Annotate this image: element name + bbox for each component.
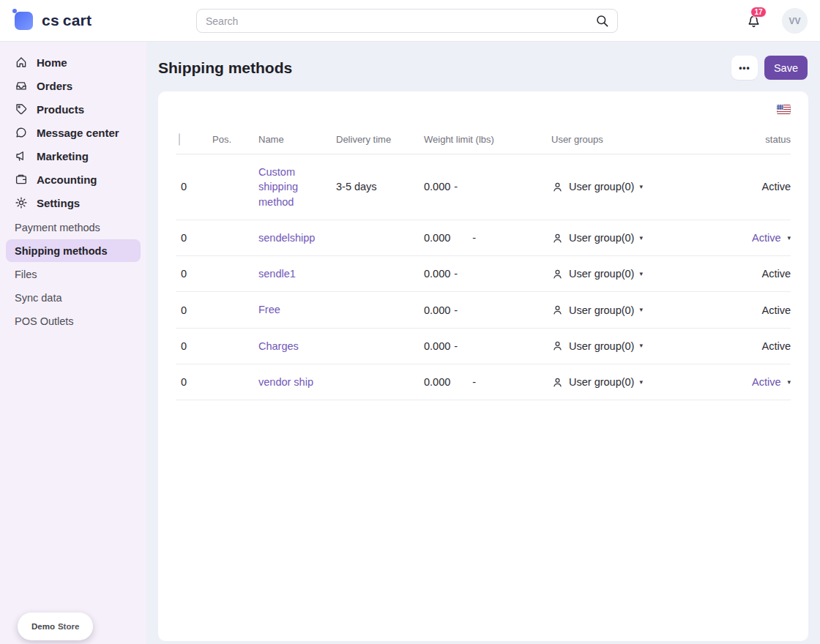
- user-groups-label: User group(0): [569, 340, 634, 352]
- select-all-checkbox[interactable]: [179, 133, 180, 146]
- topbar-right: 17 VV: [745, 0, 808, 42]
- search-bar: [196, 9, 618, 33]
- pos-value[interactable]: 0: [176, 232, 212, 244]
- demo-store-label-bold: Demo: [31, 622, 55, 631]
- col-header-status: status: [710, 134, 791, 145]
- pos-value[interactable]: 0: [176, 181, 212, 192]
- chevron-down-icon: ▾: [639, 184, 643, 190]
- status-value: Active: [762, 268, 791, 280]
- pos-value[interactable]: 0: [176, 376, 212, 388]
- weight-limit-value[interactable]: 0.000: [424, 340, 450, 352]
- sidebar-item-shipping-methods[interactable]: Shipping methods: [6, 239, 141, 262]
- status-cell: Active: [710, 340, 791, 352]
- cscart-logo-icon: [15, 10, 34, 30]
- chevron-down-icon: ▾: [787, 379, 791, 386]
- user-icon: [551, 232, 564, 244]
- user-groups-dropdown[interactable]: User group(0) ▾: [551, 232, 710, 244]
- status-dropdown[interactable]: Active ▾: [710, 232, 791, 244]
- subnav-label: Payment methods: [15, 222, 100, 233]
- user-icon: [551, 376, 564, 389]
- weight-limit-value[interactable]: 0.000: [424, 181, 450, 192]
- sidebar-item-payment-methods[interactable]: Payment methods: [6, 216, 141, 239]
- header-actions: ••• Save: [731, 56, 808, 80]
- weight-limit-value[interactable]: 0.000: [424, 304, 450, 316]
- marketing-icon: [15, 149, 28, 162]
- main-content: Shipping methods ••• Save Pos. Name Deli…: [146, 42, 820, 644]
- sidebar-item-label: Home: [37, 56, 67, 69]
- logo-text: cscart: [42, 12, 92, 29]
- language-row: [176, 105, 791, 115]
- col-header-user-groups: User groups: [551, 134, 710, 145]
- table-row: 0 sendle1 0.000 - User group(0) ▾ Active: [176, 256, 791, 292]
- save-button[interactable]: Save: [764, 56, 808, 80]
- shipping-method-link[interactable]: Free: [258, 304, 280, 315]
- status-cell: Active: [710, 304, 791, 316]
- user-groups-label: User group(0): [569, 268, 634, 280]
- search-icon[interactable]: [595, 14, 609, 28]
- status-value: Active: [762, 304, 791, 316]
- sidebar-item-home[interactable]: Home: [0, 50, 146, 74]
- message-center-icon: [15, 126, 28, 139]
- user-groups-dropdown[interactable]: User group(0) ▾: [551, 340, 710, 352]
- cscart-logo[interactable]: cscart: [15, 10, 92, 30]
- search-input[interactable]: [196, 9, 618, 33]
- us-flag-icon[interactable]: [777, 105, 791, 114]
- chevron-down-icon: ▾: [639, 342, 643, 349]
- pos-value[interactable]: 0: [176, 304, 212, 316]
- demo-store-label: Store: [58, 622, 79, 631]
- demo-store-button[interactable]: Demo Store: [18, 613, 93, 640]
- notifications-button[interactable]: 17: [745, 12, 763, 30]
- sidebar-item-label: Orders: [37, 80, 72, 92]
- shipping-methods-card: Pos. Name Delivery time Weight limit (lb…: [158, 91, 808, 641]
- weight-limit-value[interactable]: 0.000: [424, 232, 450, 244]
- user-icon: [551, 181, 564, 193]
- sidebar-item-marketing[interactable]: Marketing: [0, 144, 146, 168]
- weight-limit-separator: -: [472, 232, 476, 244]
- table-row: 0 Free 0.000 - User group(0) ▾ Active: [176, 292, 791, 328]
- user-groups-dropdown[interactable]: User group(0) ▾: [551, 181, 710, 193]
- status-dropdown[interactable]: Active ▾: [710, 376, 791, 388]
- sidebar-item-label: Message center: [37, 127, 119, 139]
- sidebar-item-files[interactable]: Files: [6, 263, 141, 285]
- topbar: cscart 17 VV: [0, 0, 820, 42]
- sidebar-item-message-center[interactable]: Message center: [0, 121, 146, 144]
- weight-limit-separator: -: [454, 340, 458, 352]
- subnav-label: Files: [15, 269, 37, 280]
- weight-limit-value[interactable]: 0.000: [424, 376, 450, 388]
- user-groups-dropdown[interactable]: User group(0) ▾: [551, 268, 710, 280]
- weight-limit-separator: -: [472, 376, 476, 388]
- shipping-method-link[interactable]: Custom shipping method: [258, 166, 298, 208]
- status-value: Active: [752, 232, 781, 244]
- chevron-down-icon: ▾: [639, 379, 643, 386]
- chevron-down-icon: ▾: [639, 307, 643, 313]
- weight-limit-separator: -: [454, 304, 458, 316]
- sidebar-item-accounting[interactable]: Accounting: [0, 168, 146, 191]
- user-groups-dropdown[interactable]: User group(0) ▾: [551, 376, 710, 389]
- sidebar-item-sync-data[interactable]: Sync data: [6, 286, 141, 309]
- avatar[interactable]: VV: [782, 8, 808, 34]
- chevron-down-icon: ▾: [639, 271, 643, 277]
- sidebar-item-products[interactable]: Products: [0, 97, 146, 121]
- pos-value[interactable]: 0: [176, 268, 212, 280]
- table-row: 0 Custom shipping method 3-5 days 0.000 …: [176, 154, 791, 220]
- shipping-method-link[interactable]: vendor ship: [258, 376, 313, 388]
- pos-value[interactable]: 0: [176, 340, 212, 352]
- user-groups-label: User group(0): [569, 304, 634, 316]
- user-groups-label: User group(0): [569, 376, 634, 388]
- chevron-down-icon: ▾: [787, 235, 791, 242]
- shipping-method-link[interactable]: Charges: [258, 340, 299, 352]
- user-groups-label: User group(0): [569, 232, 634, 244]
- sidebar-item-settings[interactable]: Settings: [0, 191, 146, 214]
- weight-limit-value[interactable]: 0.000: [424, 268, 450, 280]
- user-groups-dropdown[interactable]: User group(0) ▾: [551, 304, 710, 316]
- sidebar-item-orders[interactable]: Orders: [0, 74, 146, 97]
- subnav-label: Shipping methods: [15, 245, 107, 257]
- shipping-method-link[interactable]: sendle1: [258, 268, 296, 280]
- shipping-method-link[interactable]: sendelshipp: [258, 232, 315, 244]
- col-header-delivery-time: Delivery time: [336, 134, 424, 145]
- sidebar-item-pos-outlets[interactable]: POS Outlets: [6, 310, 141, 332]
- table-row: 0 sendelshipp 0.000 - User group(0) ▾ Ac…: [176, 220, 791, 256]
- user-groups-label: User group(0): [569, 181, 634, 192]
- more-actions-button[interactable]: •••: [731, 56, 758, 80]
- page-title: Shipping methods: [158, 59, 292, 77]
